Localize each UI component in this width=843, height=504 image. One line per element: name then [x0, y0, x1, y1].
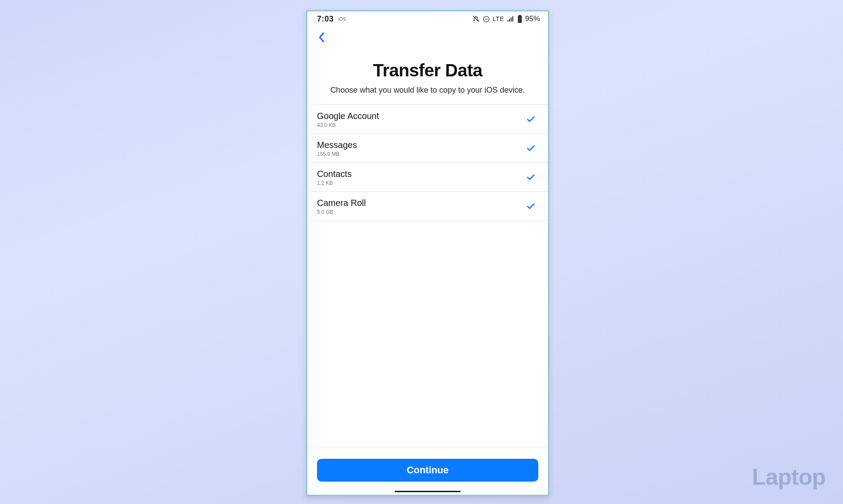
home-indicator[interactable] [395, 491, 461, 492]
checkmark-icon [526, 172, 536, 184]
do-not-disturb-icon [483, 15, 490, 23]
notifications-muted-icon [472, 15, 480, 23]
item-google-account[interactable]: Google Account 43.0 KB [307, 105, 548, 134]
chevron-left-icon [318, 32, 326, 43]
checkmark-icon [526, 143, 536, 155]
page-subtitle: Choose what you would like to copy to yo… [316, 86, 539, 95]
status-app-badge: iOS [338, 17, 346, 22]
item-text: Contacts 1.2 KB [317, 169, 352, 186]
status-bar: 7:03 iOS LTE [307, 11, 548, 26]
item-size: 5.0 GB [317, 209, 366, 215]
status-time: 7:03 [317, 14, 334, 24]
status-bar-right: LTE 95% [472, 14, 540, 23]
svg-rect-3 [518, 16, 522, 23]
item-text: Google Account 43.0 KB [317, 111, 379, 128]
item-size: 1.2 KB [317, 180, 352, 186]
svg-rect-2 [519, 15, 521, 16]
spacer [307, 221, 548, 447]
checkmark-icon [526, 114, 536, 126]
item-label: Contacts [317, 169, 352, 179]
watermark: Laptop [752, 464, 825, 490]
transfer-items-list: Google Account 43.0 KB Messages 155.9 MB… [307, 104, 548, 221]
status-bar-left: 7:03 iOS [317, 14, 346, 24]
item-messages[interactable]: Messages 155.9 MB [307, 134, 548, 163]
checkmark-icon [526, 201, 536, 212]
item-text: Messages 155.9 MB [317, 140, 357, 157]
phone-frame: 7:03 iOS LTE [306, 10, 549, 496]
item-contacts[interactable]: Contacts 1.2 KB [307, 163, 548, 192]
signal-icon [507, 15, 515, 23]
item-label: Google Account [317, 111, 379, 121]
page-header: Transfer Data Choose what you would like… [307, 48, 548, 104]
item-size: 155.9 MB [317, 151, 357, 157]
item-text: Camera Roll 5.0 GB [317, 198, 366, 215]
item-label: Messages [317, 140, 357, 150]
footer: Continue [307, 447, 548, 495]
top-nav [307, 26, 548, 48]
page-title: Transfer Data [316, 61, 539, 80]
item-label: Camera Roll [317, 198, 366, 208]
item-size: 43.0 KB [317, 122, 379, 128]
network-label: LTE [493, 15, 504, 22]
continue-button[interactable]: Continue [317, 459, 538, 482]
item-camera-roll[interactable]: Camera Roll 5.0 GB [307, 192, 548, 221]
back-button[interactable] [315, 31, 328, 44]
battery-percentage: 95% [525, 14, 540, 23]
battery-icon [517, 15, 522, 23]
